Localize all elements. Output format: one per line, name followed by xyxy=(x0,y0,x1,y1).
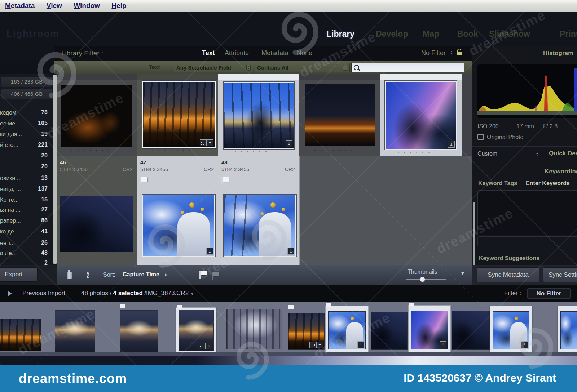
toolbar-options-toggle-icon[interactable]: ▼ xyxy=(460,270,465,276)
filmstrip-thumb-selected[interactable]: ± xyxy=(490,306,532,354)
folder-item[interactable]: а Ле...48 xyxy=(0,249,53,258)
adjustment-badge-icon[interactable]: ± xyxy=(206,248,213,255)
module-slideshow[interactable]: Slideshow xyxy=(489,29,530,39)
photo-thumbnail[interactable] xyxy=(61,85,132,147)
filter-tab-text[interactable]: Text xyxy=(202,49,215,57)
filmstrip-thumb[interactable]: ± xyxy=(288,313,325,350)
padlock-icon[interactable] xyxy=(457,52,462,55)
keywording-header[interactable]: Keywording xyxy=(545,168,577,175)
folder-item[interactable]: ница, ...137 xyxy=(0,185,53,194)
grid-cell-selected[interactable]: 47 5184 x 3456 CR2 ± xyxy=(137,156,219,265)
module-develop[interactable]: Develop xyxy=(376,29,408,39)
keyword-entry-textarea[interactable] xyxy=(477,190,577,235)
folder-item[interactable]: ее ме...105 xyxy=(0,119,53,129)
adjustment-badge-icon[interactable]: ± xyxy=(316,342,323,348)
filmstrip-thumb-selected[interactable]: ± xyxy=(325,306,369,354)
grid-cell[interactable] xyxy=(57,74,137,156)
thumbnail-size-slider[interactable] xyxy=(406,279,446,280)
adjustment-badge-icon[interactable]: ± xyxy=(286,140,292,147)
grid-cell-selected[interactable]: ± xyxy=(380,74,462,156)
enter-keywords-dropdown[interactable]: Enter Keywords xyxy=(526,180,570,187)
filmstrip-thumb-selected[interactable]: ± xyxy=(408,305,451,354)
photo-thumbnail[interactable] xyxy=(60,196,133,252)
pick-flag-button[interactable] xyxy=(201,271,207,275)
grid-cell[interactable]: ± xyxy=(137,74,219,156)
adjustment-badge-icon[interactable]: ± xyxy=(448,141,455,148)
photo-thumbnail[interactable] xyxy=(305,84,375,146)
filter-tab-attribute[interactable]: Attribute xyxy=(225,49,249,57)
keyword-entry-field[interactable] xyxy=(477,236,577,246)
folder-item[interactable]: овики ...13 xyxy=(0,174,53,183)
quick-develop-header[interactable]: Quick Develop xyxy=(549,150,577,157)
slider-knob[interactable] xyxy=(420,277,425,282)
grid-cell[interactable] xyxy=(299,74,380,156)
crop-badge-icon[interactable] xyxy=(200,139,207,146)
right-panel-scrollbar[interactable] xyxy=(473,202,475,267)
pick-flag-icon[interactable] xyxy=(223,177,229,182)
folder-item[interactable]: й сто...221 xyxy=(0,141,53,150)
chevron-updown-icon[interactable]: ▲▼ xyxy=(164,273,167,277)
menu-metadata[interactable]: Metadata xyxy=(5,2,35,10)
filmstrip-thumb[interactable] xyxy=(55,310,95,353)
menu-window[interactable]: Window xyxy=(74,2,100,10)
grid-cell-selected[interactable]: ± xyxy=(218,74,300,156)
spray-can-icon[interactable] xyxy=(67,272,72,279)
photo-thumbnail[interactable]: ± xyxy=(224,195,296,257)
filmstrip-thumb[interactable] xyxy=(371,312,408,350)
folder-item[interactable]: 20 xyxy=(0,162,53,172)
crop-badge-icon[interactable] xyxy=(199,343,206,349)
folder-item[interactable]: ки для...19 xyxy=(0,130,53,139)
adjustment-badge-icon[interactable]: ± xyxy=(287,248,294,255)
module-book[interactable]: Book xyxy=(457,29,478,39)
previous-import-source[interactable]: Previous Import xyxy=(22,290,65,297)
histogram-header[interactable]: Histogram xyxy=(543,50,573,57)
chevron-updown-icon[interactable]: ▲▼ xyxy=(536,152,538,156)
filmstrip-thumb-selected[interactable] xyxy=(558,306,577,354)
adjustment-badge-icon[interactable]: ± xyxy=(521,341,528,348)
contains-dropdown[interactable]: Contains All ▲▼ xyxy=(255,63,350,72)
volume-item[interactable]: 163 / 233 GB xyxy=(1,77,52,87)
module-library[interactable]: Library xyxy=(326,29,354,39)
sync-settings-button[interactable]: Sync Settings xyxy=(543,267,577,282)
reject-flag-button[interactable] xyxy=(213,272,219,276)
folder-item[interactable]: рапер...86 xyxy=(0,217,53,226)
chevron-updown-icon[interactable]: ▲▼ xyxy=(450,50,453,55)
pick-flag-icon[interactable] xyxy=(141,177,147,182)
quickdev-preset-dropdown[interactable]: Custom xyxy=(477,151,497,157)
sort-direction-icon[interactable]: AZ xyxy=(87,272,89,278)
search-input[interactable] xyxy=(351,63,464,72)
filter-tab-none[interactable]: None xyxy=(297,49,312,57)
folder-item[interactable]: ее т...26 xyxy=(0,239,53,248)
menu-help[interactable]: Help xyxy=(111,2,126,10)
photo-thumbnail[interactable]: ± xyxy=(142,81,216,148)
original-photo-checkbox[interactable] xyxy=(477,134,484,140)
module-map[interactable]: Map xyxy=(423,29,439,39)
filmstrip-thumb[interactable] xyxy=(226,309,282,349)
filmstrip-nav-arrow-icon[interactable] xyxy=(8,291,12,296)
filmstrip-status[interactable]: 48 photos / 4 selected /IMG_3873.CR2 ▼ xyxy=(81,290,194,297)
filter-tab-metadata[interactable]: Metadata xyxy=(261,49,288,57)
sync-metadata-button[interactable]: Sync Metadata xyxy=(477,267,539,282)
filmstrip-thumb[interactable] xyxy=(452,311,490,350)
filmstrip-thumb[interactable] xyxy=(120,310,158,353)
filmstrip-thumb-selected[interactable]: ± xyxy=(176,307,216,353)
grid-cell[interactable]: 46 5184 x 3456 CR2 xyxy=(57,156,137,265)
grid-cell-selected[interactable]: 48 5184 x 3456 CR2 ± xyxy=(218,156,300,265)
filmstrip-thumb[interactable] xyxy=(0,319,41,351)
searchable-field-dropdown[interactable]: Any Searchable Field ▲▼ xyxy=(174,63,253,72)
filter-preset-dropdown[interactable]: No Filter xyxy=(421,49,446,57)
filmstrip-filter-dropdown[interactable]: No Filter xyxy=(527,288,571,299)
adjustment-badge-icon[interactable]: ± xyxy=(206,343,212,349)
crop-badge-icon[interactable] xyxy=(309,342,316,348)
photo-thumbnail[interactable]: ± xyxy=(385,81,457,150)
left-panel-scrollbar[interactable] xyxy=(53,75,57,264)
volume-item[interactable]: 406 / 466 GB xyxy=(1,89,52,99)
menu-view[interactable]: View xyxy=(47,2,62,10)
folder-item[interactable]: 20 xyxy=(0,152,53,161)
folder-item[interactable]: ья на ...27 xyxy=(0,206,53,215)
photo-thumbnail[interactable]: ± xyxy=(142,195,215,257)
adjustment-badge-icon[interactable]: ± xyxy=(357,341,364,348)
adjustment-badge-icon[interactable]: ± xyxy=(207,139,213,146)
photo-thumbnail[interactable]: ± xyxy=(224,82,294,149)
sort-value-dropdown[interactable]: Capture Time xyxy=(123,271,159,278)
